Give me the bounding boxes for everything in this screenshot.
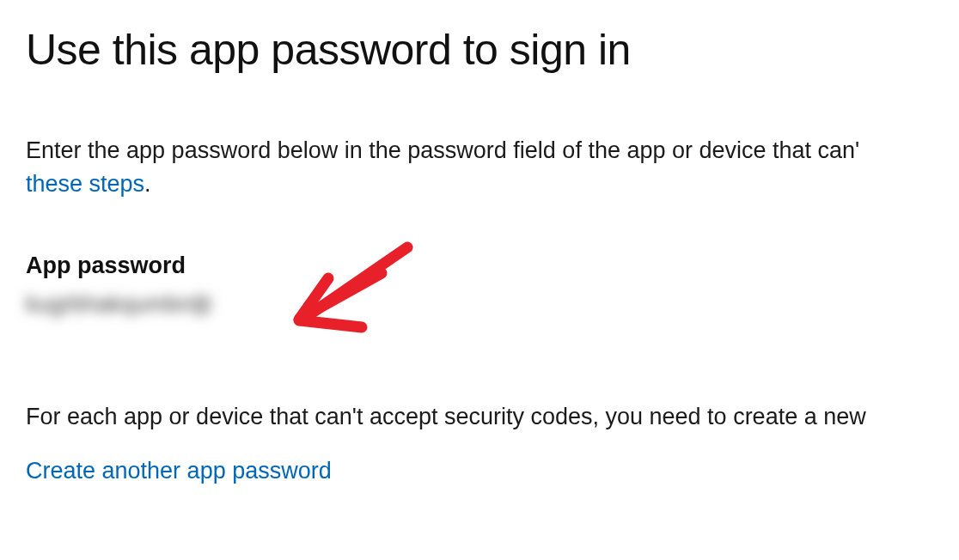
create-another-password-link[interactable]: Create another app password <box>26 458 332 484</box>
instruction-text-after: . <box>144 171 151 197</box>
instruction-text-before: Enter the app password below in the pass… <box>26 137 859 163</box>
instruction-paragraph: Enter the app password below in the pass… <box>26 134 933 201</box>
app-password-label: App password <box>26 253 933 279</box>
footer-instruction: For each app or device that can't accept… <box>26 400 933 434</box>
page-title: Use this app password to sign in <box>26 26 933 76</box>
app-password-value: kugrbhakqumbrdjt <box>26 291 211 318</box>
steps-link[interactable]: these steps <box>26 171 144 197</box>
